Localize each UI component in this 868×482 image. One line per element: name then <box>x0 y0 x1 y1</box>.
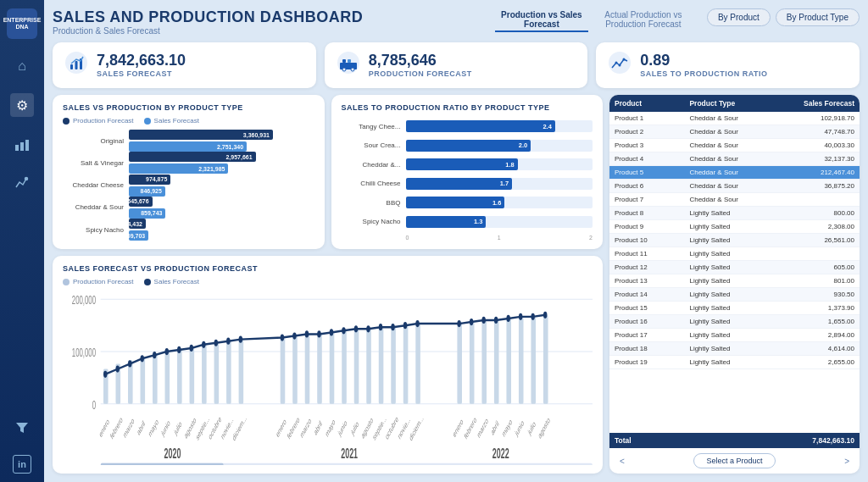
svg-text:2022: 2022 <box>492 446 509 462</box>
svg-text:2020: 2020 <box>164 446 181 462</box>
table-row[interactable]: Product 16Lightly Salted1,655.00 <box>609 315 860 329</box>
legend-dot-prod <box>63 118 70 125</box>
table-body[interactable]: Product 1Cheddar & Sour102,918.70Product… <box>609 112 860 433</box>
svg-text:diciem...: diciem... <box>409 413 425 443</box>
svg-rect-7 <box>75 61 78 69</box>
table-row[interactable]: Product 9Lightly Salted2,308.00 <box>609 220 860 234</box>
ratio-by-product-panel: SALES TO PRODUCTION RATIO BY PRODUCT TYP… <box>331 95 604 249</box>
bar-row-label: Spicy Nacho <box>63 226 124 234</box>
svg-point-82 <box>470 319 473 325</box>
table-bottom: < Select a Product > <box>609 448 860 474</box>
table-row[interactable]: Product 8Lightly Salted800.00 <box>609 207 860 220</box>
bar-row-label: Cheddar & Sour <box>63 203 124 211</box>
table-row[interactable]: Product 3Cheddar & Sour40,003.30 <box>609 139 860 152</box>
tab-actual-vs-forecast[interactable]: Actual Production vs Production Forecast <box>597 8 690 30</box>
svg-point-85 <box>506 315 509 322</box>
table-row[interactable]: Product 19Lightly Salted2,655.00 <box>609 356 860 369</box>
td-product: Product 3 <box>615 141 689 149</box>
svg-rect-48 <box>415 324 420 404</box>
prod-bar: 394,432 <box>129 219 146 229</box>
svg-text:enero: enero <box>275 417 288 440</box>
table-row[interactable]: Product 14Lightly Salted930.50 <box>609 288 860 302</box>
table-row[interactable]: Product 1Cheddar & Sour102,918.70 <box>609 112 860 125</box>
svg-point-86 <box>519 313 522 320</box>
table-nav-left[interactable]: < <box>615 455 630 468</box>
svg-text:enero: enero <box>452 417 465 440</box>
svg-point-88 <box>543 312 547 319</box>
sales-vs-production-title: SALES VS PRODUCTION BY PRODUCT TYPE <box>63 103 314 112</box>
production-forecast-value: 8,785,646 <box>369 53 472 69</box>
sales-forecast-value: 7,842,663.10 <box>97 53 186 69</box>
svg-point-16 <box>615 62 618 64</box>
svg-point-59 <box>128 361 131 368</box>
left-panels: SALES VS PRODUCTION BY PRODUCT TYPE Prod… <box>53 95 603 474</box>
svg-point-68 <box>239 336 242 343</box>
home-icon[interactable]: ⌂ <box>10 54 34 78</box>
svg-rect-52 <box>494 320 499 404</box>
sales-forecast-icon <box>64 51 88 80</box>
svg-point-74 <box>342 327 345 334</box>
by-product-button[interactable]: By Product <box>707 8 771 26</box>
svg-point-75 <box>354 325 358 332</box>
production-forecast-icon <box>337 51 360 80</box>
ratio-row-label: Chilli Cheese <box>342 180 401 187</box>
page-subtitle: Production & Sales Forecast <box>53 26 478 36</box>
table-row[interactable]: Product 2Cheddar & Sour47,748.70 <box>609 125 860 139</box>
table-nav-right[interactable]: > <box>839 455 854 468</box>
production-forecast-label: PRODUCTION FORECAST <box>369 69 472 78</box>
table-row[interactable]: Product 15Lightly Salted1,373.90 <box>609 302 860 315</box>
svg-rect-44 <box>366 327 371 404</box>
svg-rect-2 <box>25 140 29 151</box>
svg-point-64 <box>190 345 193 352</box>
top-charts-row: SALES VS PRODUCTION BY PRODUCT TYPE Prod… <box>53 95 603 249</box>
svg-point-63 <box>177 346 181 353</box>
main-content: SALES AND PRODUCTION DASHBOARD Productio… <box>44 0 868 482</box>
table-row[interactable]: Product 4Cheddar & Sour32,137.30 <box>609 152 860 166</box>
ratio-row-label: Tangy Chee... <box>342 123 401 130</box>
select-product-button[interactable]: Select a Product <box>693 453 775 468</box>
table-row[interactable]: Product 5Cheddar & Sour212,467.40 <box>609 166 860 180</box>
svg-rect-33 <box>202 343 207 404</box>
td-sales: 26,561.00 <box>780 236 854 244</box>
svg-text:junio: junio <box>337 418 348 439</box>
table-row[interactable]: Product 10Lightly Salted26,561.00 <box>609 234 860 247</box>
ratio-bar-fill: 1.7 <box>406 178 513 190</box>
kpi-production-forecast: 8,785,646 PRODUCTION FORECAST <box>325 42 588 88</box>
sales-vs-production-panel: SALES VS PRODUCTION BY PRODUCT TYPE Prod… <box>53 95 325 249</box>
td-product: Product 19 <box>615 358 689 366</box>
th-type: Product Type <box>689 99 779 108</box>
td-product: Product 13 <box>615 277 689 285</box>
svg-text:agosto: agosto <box>537 415 551 440</box>
table-row[interactable]: Product 18Lightly Salted4,614.00 <box>609 342 860 356</box>
table-row[interactable]: Product 11Lightly Salted <box>609 247 860 261</box>
td-product: Product 12 <box>615 263 689 271</box>
by-product-type-button[interactable]: By Product Type <box>776 8 860 26</box>
forecast-chart-title: SALES FORECAST VS PRODUCTION FORECAST <box>63 264 593 273</box>
factory-icon[interactable] <box>10 132 34 156</box>
table-row[interactable]: Product 12Lightly Salted605.00 <box>609 261 860 274</box>
settings-icon[interactable]: ⚙ <box>10 93 34 117</box>
chart-icon[interactable] <box>10 171 34 195</box>
tab-production-vs-sales[interactable]: Production vs Sales Forecast <box>495 8 588 32</box>
sales-forecast-label: SALES FORECAST <box>97 69 186 78</box>
table-row[interactable]: Product 13Lightly Salted801.00 <box>609 274 860 288</box>
ratio-row: Sour Crea...2.0 <box>342 140 593 152</box>
table-row[interactable]: Product 7Cheddar & Sour <box>609 193 860 207</box>
bar-row: Original3,360,9312,751,340 <box>63 130 314 152</box>
svg-rect-12 <box>348 59 351 63</box>
td-type: Lightly Salted <box>689 236 779 244</box>
svg-text:marzo: marzo <box>299 416 312 440</box>
app-logo: ENTERPRISEDNA <box>7 8 37 39</box>
forecast-legend-sales: Sales Forecast <box>144 278 199 285</box>
td-product: Product 7 <box>615 196 689 203</box>
th-sales: Sales Forecast <box>780 99 854 108</box>
svg-point-15 <box>609 52 631 74</box>
linkedin-icon[interactable]: in <box>13 455 31 474</box>
table-row[interactable]: Product 6Cheddar & Sour36,875.20 <box>609 180 860 193</box>
table-row[interactable]: Product 17Lightly Salted2,894.00 <box>609 329 860 342</box>
svg-rect-47 <box>403 325 409 404</box>
filter-icon[interactable] <box>10 416 34 440</box>
ratio-row: Tangy Chee...2.4 <box>342 120 593 132</box>
svg-rect-125 <box>101 463 224 465</box>
ratio-row-label: BBQ <box>342 199 401 207</box>
